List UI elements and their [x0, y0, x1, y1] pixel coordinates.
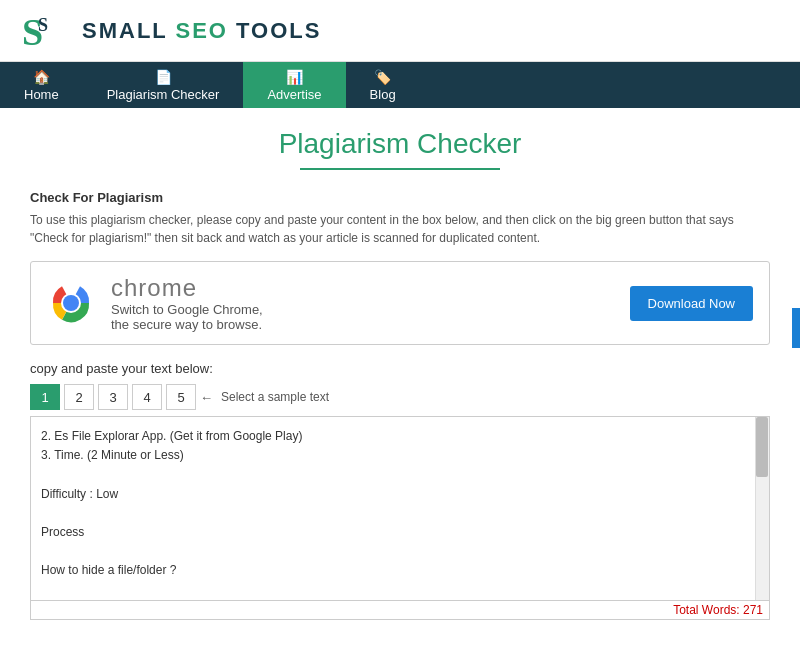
plagiarism-icon: 📄: [155, 69, 172, 85]
main-content: Plagiarism Checker Check For Plagiarism …: [0, 108, 800, 664]
nav-plagiarism-label: Plagiarism Checker: [107, 87, 220, 102]
nav-advertise-label: Advertise: [267, 87, 321, 102]
text-input-container: 2. Es File Explorar App. (Get it from Go…: [30, 416, 770, 601]
blog-icon: 🏷️: [374, 69, 391, 85]
sidebar-hint: [792, 308, 800, 348]
sample-tab-5[interactable]: 5: [166, 384, 196, 410]
select-sample-label: Select a sample text: [221, 390, 329, 404]
scrollbar-track: [755, 417, 769, 600]
word-count-label: Total Words: 271: [673, 603, 763, 617]
word-count-bar: Total Words: 271: [30, 601, 770, 620]
chrome-ad-banner: chrome Switch to Google Chrome, the secu…: [30, 261, 770, 345]
chrome-tagline: Switch to Google Chrome, the secure way …: [111, 302, 614, 332]
svg-point-5: [63, 295, 79, 311]
scrollbar-thumb[interactable]: [756, 417, 768, 477]
page-title: Plagiarism Checker: [30, 128, 770, 160]
site-title: SMALL SEO TOOLS: [82, 18, 321, 44]
nav-plagiarism[interactable]: 📄 Plagiarism Checker: [83, 62, 244, 108]
select-sample-arrow: ←: [200, 390, 213, 405]
chrome-brand-name: chrome: [111, 274, 614, 302]
advertise-icon: 📊: [286, 69, 303, 85]
main-nav: 🏠 Home 📄 Plagiarism Checker 📊 Advertise …: [0, 62, 800, 108]
nav-blog-label: Blog: [370, 87, 396, 102]
logo-icon: S S: [20, 9, 70, 53]
title-underline: [300, 168, 500, 170]
sample-tab-2[interactable]: 2: [64, 384, 94, 410]
nav-home-label: Home: [24, 87, 59, 102]
sample-tab-3[interactable]: 3: [98, 384, 128, 410]
nav-advertise[interactable]: 📊 Advertise: [243, 62, 345, 108]
svg-text:S: S: [38, 15, 48, 35]
plagiarism-text-input[interactable]: 2. Es File Explorar App. (Get it from Go…: [31, 417, 769, 597]
nav-blog[interactable]: 🏷️ Blog: [346, 62, 420, 108]
section-heading: Check For Plagiarism: [30, 190, 770, 205]
sample-tabs-row: 1 2 3 4 5 ← Select a sample text: [30, 384, 770, 410]
section-description: To use this plagiarism checker, please c…: [30, 211, 770, 247]
copy-label: copy and paste your text below:: [30, 361, 770, 376]
home-icon: 🏠: [33, 69, 50, 85]
sample-tab-4[interactable]: 4: [132, 384, 162, 410]
chrome-logo-icon: [47, 279, 95, 327]
chrome-download-button[interactable]: Download Now: [630, 286, 753, 321]
chrome-ad-text: chrome Switch to Google Chrome, the secu…: [111, 274, 614, 332]
nav-home[interactable]: 🏠 Home: [0, 62, 83, 108]
sample-tab-1[interactable]: 1: [30, 384, 60, 410]
site-header: S S SMALL SEO TOOLS: [0, 0, 800, 62]
